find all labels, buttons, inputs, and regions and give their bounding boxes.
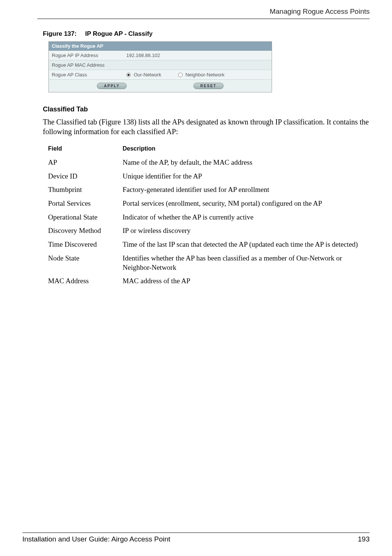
figure-number: Figure 137: bbox=[43, 30, 77, 37]
radio-our-network[interactable]: Our-Network bbox=[126, 72, 161, 78]
desc-cell: Portal services (enrollment, security, N… bbox=[121, 197, 363, 211]
table-row: Time DiscoveredTime of the last IP scan … bbox=[47, 238, 363, 252]
field-cell: Device ID bbox=[47, 170, 121, 183]
value-ap-class: Our-Network Neighbor-Network bbox=[123, 70, 272, 79]
table-row: Node StateIdentifies whether the AP has … bbox=[47, 252, 363, 274]
row-ip-address: Rogue AP IP Address 192.168.88.102 bbox=[49, 51, 272, 60]
footer-title: Installation and User Guide: Airgo Acces… bbox=[22, 535, 170, 543]
page-footer: Installation and User Guide: Airgo Acces… bbox=[22, 533, 370, 543]
reset-button[interactable]: Reset bbox=[193, 83, 224, 89]
radio-dot-icon bbox=[126, 73, 131, 77]
table-row: Portal ServicesPortal services (enrollme… bbox=[47, 197, 363, 211]
radio-label-our-network: Our-Network bbox=[134, 72, 161, 78]
field-cell: AP bbox=[47, 156, 121, 170]
desc-cell: Factory-generated identifier used for AP… bbox=[121, 183, 363, 197]
table-row: APName of the AP, by default, the MAC ad… bbox=[47, 156, 363, 170]
col-header-field: Field bbox=[47, 143, 121, 156]
field-cell: Portal Services bbox=[47, 197, 121, 211]
label-mac-address: Rogue AP MAC Address bbox=[49, 60, 123, 70]
desc-cell: Time of the last IP scan that detected t… bbox=[121, 238, 363, 252]
table-row: Discovery MethodIP or wireless discovery bbox=[47, 224, 363, 238]
body-paragraph: The Classified tab (Figure 138) lists al… bbox=[43, 117, 370, 136]
field-cell: Operational State bbox=[47, 211, 121, 224]
desc-cell: Identifies whether the AP has been class… bbox=[121, 252, 363, 274]
label-ip-address: Rogue AP IP Address bbox=[49, 51, 123, 60]
classify-panel: Classify the Rogue AP Rogue AP IP Addres… bbox=[48, 41, 272, 92]
value-ip-address: 192.168.88.102 bbox=[123, 51, 272, 60]
field-cell: Time Discovered bbox=[47, 238, 121, 252]
figure-title: IP Rogue AP - Classify bbox=[85, 30, 152, 37]
table-row: MAC AddressMAC address of the AP bbox=[47, 274, 363, 288]
radio-label-neighbor-network: Neighbor-Network bbox=[186, 72, 225, 78]
figure-image: Classify the Rogue AP Rogue AP IP Addres… bbox=[48, 41, 370, 92]
radio-neighbor-network[interactable]: Neighbor-Network bbox=[178, 72, 225, 78]
field-cell: MAC Address bbox=[47, 274, 121, 288]
table-row: Device IDUnique identifier for the AP bbox=[47, 170, 363, 183]
field-cell: Node State bbox=[47, 252, 121, 274]
desc-cell: Unique identifier for the AP bbox=[121, 170, 363, 183]
panel-title: Classify the Rogue AP bbox=[49, 42, 272, 51]
panel-button-row: Apply Reset bbox=[49, 80, 272, 92]
row-ap-class: Rogue AP Class Our-Network Neighbor-Netw… bbox=[49, 70, 272, 80]
field-cell: Discovery Method bbox=[47, 224, 121, 238]
value-mac-address bbox=[123, 60, 272, 70]
col-header-description: Description bbox=[121, 143, 363, 156]
header-divider bbox=[37, 19, 370, 19]
radio-dot-icon bbox=[178, 73, 183, 77]
row-mac-address: Rogue AP MAC Address bbox=[49, 60, 272, 70]
footer-divider bbox=[22, 533, 370, 533]
apply-button[interactable]: Apply bbox=[97, 83, 127, 89]
fields-table: Field Description APName of the AP, by d… bbox=[47, 143, 363, 288]
table-row: Operational StateIndicator of whether th… bbox=[47, 211, 363, 224]
desc-cell: IP or wireless discovery bbox=[121, 224, 363, 238]
desc-cell: MAC address of the AP bbox=[121, 274, 363, 288]
desc-cell: Name of the AP, by default, the MAC addr… bbox=[121, 156, 363, 170]
figure-caption: Figure 137: IP Rogue AP - Classify bbox=[43, 30, 370, 38]
table-row: ThumbprintFactory-generated identifier u… bbox=[47, 183, 363, 197]
label-ap-class: Rogue AP Class bbox=[49, 70, 123, 79]
page-number: 193 bbox=[358, 535, 370, 543]
desc-cell: Indicator of whether the AP is currently… bbox=[121, 211, 363, 224]
section-heading: Classified Tab bbox=[43, 105, 370, 113]
page-header: Managing Rogue Access Points bbox=[37, 7, 370, 16]
field-cell: Thumbprint bbox=[47, 183, 121, 197]
